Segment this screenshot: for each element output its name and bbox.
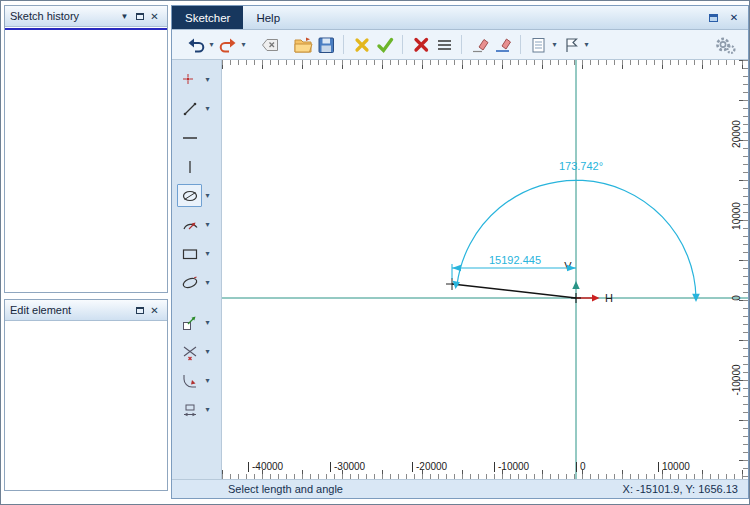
h-axis-label: H [605,292,613,304]
save-icon[interactable] [314,33,337,57]
snap-options-dropdown-icon[interactable]: ▾ [582,41,591,49]
length-dimension-value: 15192.445 [489,254,541,266]
window-body: ▾ ▾ ▾ ▾ [172,60,748,479]
window-controls: ✕ [704,6,748,29]
point-tool-dropdown-icon[interactable]: ▾ [202,76,213,84]
panel-maximize-icon[interactable] [132,303,147,317]
edit-element-content[interactable] [5,321,167,490]
v-axis-arrow-icon [572,281,579,289]
rectangle-tool-dropdown-icon[interactable]: ▾ [202,250,213,258]
rectangle-tool-icon[interactable] [177,242,202,265]
panel-menu-icon[interactable]: ▼ [117,9,132,23]
statusbar: Select length and angle X: -15101.9, Y: … [172,479,748,498]
trim-tool-icon[interactable] [177,340,202,363]
sketch-scene: H V 15192.445 173.742° [222,60,748,479]
backspace-icon[interactable] [258,33,281,57]
tab-sketcher[interactable]: Sketcher [172,6,243,29]
main-toolbar: ▾ ▾ [172,30,748,60]
accept-icon[interactable] [373,33,396,57]
close-icon[interactable]: ✕ [725,10,743,25]
eraser-icon[interactable] [468,33,491,57]
vertical-line-tool-icon[interactable] [177,155,202,178]
snap-options-icon[interactable] [559,33,582,57]
arc-tool-dropdown-icon[interactable]: ▾ [202,221,213,229]
display-options-dropdown-icon[interactable]: ▾ [550,41,559,49]
ellipse-tool-dropdown-icon[interactable]: ▾ [202,192,213,200]
application-screen: Sketch history ▼ ✕ Edit element ✕ Sketch… [0,0,750,505]
point-tool-icon[interactable] [177,68,202,91]
menu-icon[interactable] [432,33,455,57]
open-file-icon[interactable] [291,33,314,57]
sketch-history-title: Sketch history [10,10,117,22]
titlebar: Sketcher Help ✕ [172,6,748,30]
dimension-tool-icon[interactable] [177,398,202,421]
sketch-history-content[interactable] [5,27,167,292]
h-axis-arrow-icon [592,295,600,302]
display-options-icon[interactable] [527,33,550,57]
undo-icon[interactable] [184,33,207,57]
line-tool-dropdown-icon[interactable]: ▾ [202,105,213,113]
transform-tool-dropdown-icon[interactable]: ▾ [202,319,213,327]
cancel-icon[interactable] [350,33,373,57]
horizontal-line-tool-icon[interactable] [177,126,202,149]
fillet-tool-dropdown-icon[interactable]: ▾ [202,377,213,385]
status-message: Select length and angle [228,483,343,495]
redo-icon[interactable] [216,33,239,57]
panel-maximize-icon[interactable] [132,9,147,23]
tool-palette: ▾ ▾ ▾ ▾ [172,60,222,479]
rotated-ellipse-tool-icon[interactable] [177,271,202,294]
fillet-tool-icon[interactable] [177,369,202,392]
redo-dropdown-icon[interactable]: ▾ [239,41,248,49]
edit-element-panel: Edit element ✕ [4,299,168,491]
eraser-element-icon[interactable] [491,33,514,57]
sketcher-window: Sketcher Help ✕ ▾ ▾ [171,5,749,499]
transform-tool-icon[interactable] [177,311,202,334]
edit-element-title: Edit element [10,304,132,316]
sketch-history-titlebar: Sketch history ▼ ✕ [5,6,167,27]
maximize-icon[interactable] [704,10,722,25]
arc-tool-icon[interactable] [177,213,202,236]
settings-gear-icon[interactable] [713,33,736,57]
sketch-canvas[interactable]: H V 15192.445 173.742° [222,60,748,479]
panel-close-icon[interactable]: ✕ [147,9,162,23]
status-coordinates: X: -15101.9, Y: 1656.13 [623,483,738,495]
panel-close-icon[interactable]: ✕ [147,303,162,317]
dimension-tool-dropdown-icon[interactable]: ▾ [202,406,213,414]
tab-help[interactable]: Help [243,6,293,29]
undo-dropdown-icon[interactable]: ▾ [207,41,216,49]
line-tool-icon[interactable] [177,97,202,120]
ellipse-tool-icon[interactable] [177,184,202,207]
sketch-history-panel: Sketch history ▼ ✕ [4,5,168,293]
trim-tool-dropdown-icon[interactable]: ▾ [202,348,213,356]
length-dimension-lines [452,264,576,279]
rotated-ellipse-tool-dropdown-icon[interactable]: ▾ [202,279,213,287]
delete-icon[interactable] [409,33,432,57]
angle-dimension-value: 173.742° [559,160,603,172]
sketch-line [452,284,576,298]
edit-element-titlebar: Edit element ✕ [5,300,167,321]
